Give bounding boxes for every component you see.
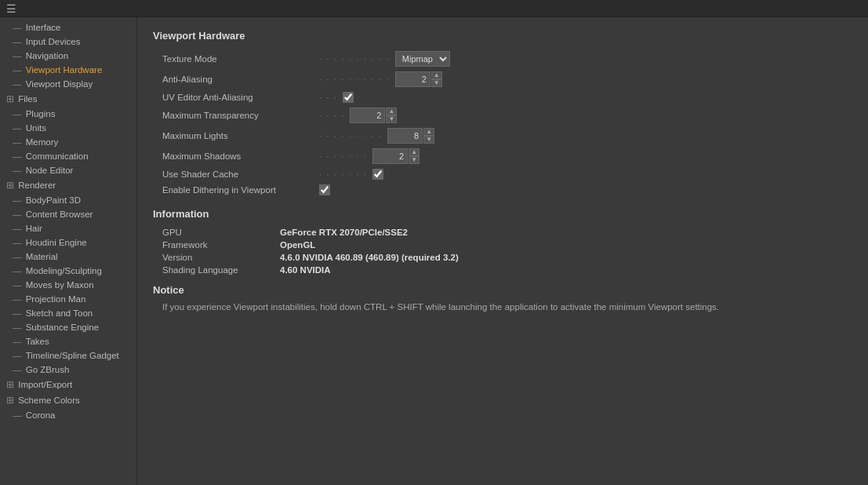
sidebar-item-projection-man[interactable]: — Projection Man xyxy=(0,292,136,306)
sidebar-item-label: Sketch and Toon xyxy=(26,308,93,318)
spinner-up-1[interactable]: ▲ xyxy=(431,71,442,79)
sidebar-item-houdini-engine[interactable]: — Houdini Engine xyxy=(0,235,136,250)
settings-row-4: Maximum Lights· · · · · · · · ·▲▼ xyxy=(153,128,852,144)
sidebar-item-interface[interactable]: — Interface xyxy=(0,20,136,35)
sidebar-item-label: Plugins xyxy=(26,109,56,119)
info-label-2: Version xyxy=(162,253,280,262)
sidebar-item-content-browser[interactable]: — Content Browser xyxy=(0,207,136,221)
settings-row-7: Enable Dithering in Viewport xyxy=(153,184,852,195)
spinner-down-3[interactable]: ▼ xyxy=(386,115,397,123)
sidebar-item-node-editor[interactable]: — Node Editor xyxy=(0,163,136,177)
sidebar-item-viewport-hardware[interactable]: — Viewport Hardware xyxy=(0,63,136,77)
sidebar-item-scheme-colors[interactable]: ⊞ Scheme Colors xyxy=(0,392,136,408)
sidebar-item-label: Content Browser xyxy=(26,210,93,219)
sidebar-item-label: Substance Engine xyxy=(26,323,99,332)
sidebar-prefix-icon: — xyxy=(13,323,24,332)
sidebar-item-viewport-display[interactable]: — Viewport Display xyxy=(0,77,136,91)
sidebar-item-files[interactable]: ⊞ Files xyxy=(0,91,136,107)
info-value-1: OpenGL xyxy=(280,240,315,250)
sidebar-item-modeling-sculpting[interactable]: — Modeling/Sculpting xyxy=(0,264,136,278)
sidebar-item-label: Takes xyxy=(26,337,49,346)
sidebar-item-label: Projection Man xyxy=(26,294,86,304)
setting-control-2[interactable] xyxy=(343,92,354,103)
spinner-down-1[interactable]: ▼ xyxy=(431,79,442,87)
information-section: Information GPUGeForce RTX 2070/PCIe/SSE… xyxy=(153,208,852,275)
sidebar-item-label: Hair xyxy=(26,224,42,233)
sidebar-item-sketch-and-toon[interactable]: — Sketch and Toon xyxy=(0,306,136,320)
info-row-1: FrameworkOpenGL xyxy=(153,240,852,250)
spinner-input-3[interactable] xyxy=(350,108,385,123)
info-label-0: GPU xyxy=(162,228,280,237)
sidebar-item-units[interactable]: — Units xyxy=(0,121,136,135)
sidebar-item-substance-engine[interactable]: — Substance Engine xyxy=(0,320,136,334)
information-title: Information xyxy=(153,208,852,220)
sidebar-item-timeline-spline-gadget[interactable]: — Timeline/Spline Gadget xyxy=(0,348,136,363)
setting-dots-2: · · · xyxy=(319,93,338,102)
spinner-input-4[interactable] xyxy=(387,128,423,144)
setting-label-7: Enable Dithering in Viewport xyxy=(162,185,319,195)
sidebar-item-hair[interactable]: — Hair xyxy=(0,221,136,235)
setting-control-3[interactable]: ▲▼ xyxy=(350,108,397,123)
sidebar-item-label: Corona xyxy=(26,410,56,420)
sidebar-item-label: BodyPaint 3D xyxy=(26,195,81,205)
spinner-up-5[interactable]: ▲ xyxy=(409,148,419,156)
setting-dots-5: · · · · · · · xyxy=(319,152,368,161)
spinner-input-5[interactable] xyxy=(372,148,408,164)
info-value-2: 4.6.0 NVIDIA 460.89 (460.89) (required 3… xyxy=(280,253,459,262)
sidebar-prefix-icon: — xyxy=(13,266,24,275)
sidebar-item-plugins[interactable]: — Plugins xyxy=(0,107,136,121)
spinner-input-1[interactable] xyxy=(395,71,430,87)
sidebar-item-bodypaint-3d[interactable]: — BodyPaint 3D xyxy=(0,193,136,207)
sidebar-prefix-icon: — xyxy=(13,280,24,290)
texture-mode-select[interactable]: MipmapNoneBilinearTrilinear xyxy=(395,51,450,67)
sidebar-prefix-icon: ⊞ xyxy=(6,396,16,405)
sidebar-item-navigation[interactable]: — Navigation xyxy=(0,49,136,63)
sidebar-item-label: Viewport Display xyxy=(26,79,93,89)
info-row-2: Version4.6.0 NVIDIA 460.89 (460.89) (req… xyxy=(153,253,852,262)
sidebar-item-go-zbrush[interactable]: — Go ZBrush xyxy=(0,363,136,377)
sidebar-item-label: Houdini Engine xyxy=(26,238,87,247)
setting-control-1[interactable]: ▲▼ xyxy=(395,71,442,87)
info-value-0: GeForce RTX 2070/PCIe/SSE2 xyxy=(280,228,408,237)
sidebar-prefix-icon: — xyxy=(13,23,24,32)
sidebar-item-label: Files xyxy=(18,94,37,104)
sidebar-item-label: Viewport Hardware xyxy=(26,65,103,75)
sidebar-item-label: Units xyxy=(26,123,46,133)
setting-control-0[interactable]: MipmapNoneBilinearTrilinear xyxy=(395,51,450,67)
sidebar-prefix-icon: — xyxy=(13,123,24,133)
sidebar-item-communication[interactable]: — Communication xyxy=(0,149,136,163)
titlebar: ☰ xyxy=(0,0,868,17)
sidebar-item-material[interactable]: — Material xyxy=(0,250,136,264)
sidebar-item-label: Navigation xyxy=(26,51,68,60)
setting-control-7[interactable] xyxy=(319,184,330,195)
sidebar-prefix-icon: ⊞ xyxy=(6,94,16,104)
spinner-up-3[interactable]: ▲ xyxy=(386,108,397,115)
sidebar-prefix-icon: — xyxy=(13,224,24,233)
setting-control-5[interactable]: ▲▼ xyxy=(372,148,419,164)
setting-dots-6: · · · · · · · xyxy=(319,170,368,179)
sidebar-item-label: Moves by Maxon xyxy=(26,280,94,290)
sidebar-item-import-export[interactable]: ⊞ Import/Export xyxy=(0,377,136,392)
spinner-up-4[interactable]: ▲ xyxy=(423,128,434,136)
sidebar-item-takes[interactable]: — Takes xyxy=(0,334,136,348)
sidebar-item-corona[interactable]: — Corona xyxy=(0,408,136,422)
setting-label-4: Maximum Lights xyxy=(162,131,319,140)
setting-label-3: Maximum Transparency xyxy=(162,111,319,120)
checkbox-2[interactable] xyxy=(343,92,354,103)
sidebar-item-input-devices[interactable]: — Input Devices xyxy=(0,35,136,49)
sidebar-item-moves-by-maxon[interactable]: — Moves by Maxon xyxy=(0,278,136,292)
setting-control-4[interactable]: ▲▼ xyxy=(387,128,434,144)
spinner-down-5[interactable]: ▼ xyxy=(409,156,419,164)
checkbox-6[interactable] xyxy=(372,169,383,180)
menu-icon[interactable]: ☰ xyxy=(6,2,16,15)
checkbox-7[interactable] xyxy=(319,184,330,195)
spinner-down-4[interactable]: ▼ xyxy=(423,136,434,144)
info-value-3: 4.60 NVIDIA xyxy=(280,265,331,275)
setting-control-6[interactable] xyxy=(372,169,383,180)
sidebar-item-memory[interactable]: — Memory xyxy=(0,135,136,149)
sidebar-item-renderer[interactable]: ⊞ Renderer xyxy=(0,177,136,193)
viewport-hardware-title: Viewport Hardware xyxy=(153,30,852,42)
sidebar-prefix-icon: — xyxy=(13,51,24,60)
sidebar-prefix-icon: — xyxy=(13,37,24,46)
setting-label-5: Maximum Shadows xyxy=(162,151,319,161)
